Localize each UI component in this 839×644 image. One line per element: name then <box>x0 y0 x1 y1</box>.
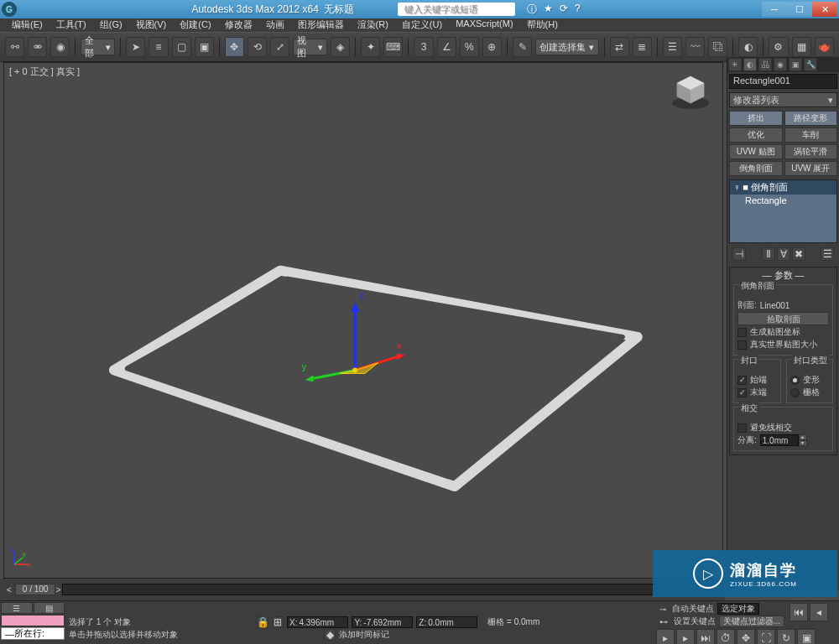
show-end-icon[interactable]: Ⅱ <box>762 247 775 261</box>
mirror-icon[interactable]: ⇄ <box>610 37 629 57</box>
menu-graph[interactable]: 图形编辑器 <box>291 18 351 32</box>
configure-sets-icon[interactable]: ☰ <box>821 247 834 261</box>
cap-end-checkbox[interactable]: ✓ <box>737 388 747 397</box>
set-key-icon[interactable]: ⊷ <box>659 617 668 626</box>
search-input[interactable]: 键入关键字或短语 <box>398 3 515 16</box>
cap-start-checkbox[interactable]: ✓ <box>737 376 747 385</box>
cap-grid-radio[interactable] <box>790 388 800 397</box>
tab-hierarchy-icon[interactable]: 品 <box>758 58 772 71</box>
menu-modifiers[interactable]: 修改器 <box>218 18 259 32</box>
unlink-icon[interactable]: ⚮ <box>28 37 47 57</box>
script-mini-icon[interactable]: ☰ <box>1 602 33 614</box>
modifier-list-dropdown[interactable]: 修改器列表▾ <box>729 92 837 107</box>
select-icon[interactable]: ➤ <box>126 37 145 57</box>
tab-utilities-icon[interactable]: 🔧 <box>804 58 817 71</box>
menu-animation[interactable]: 动画 <box>259 18 291 32</box>
window-crossing-icon[interactable]: ▣ <box>195 37 214 57</box>
remove-mod-icon[interactable]: ✖ <box>792 247 805 261</box>
mod-turbosmooth-button[interactable]: 涡轮平滑 <box>784 144 838 159</box>
tab-display-icon[interactable]: ▣ <box>789 58 802 71</box>
viewport[interactable]: [ + 0 正交 ] 真实 ] z x y <box>3 62 723 579</box>
time-config-icon[interactable]: ⏱ <box>717 629 735 644</box>
snap-3d-icon[interactable]: 3 <box>414 37 433 57</box>
key-mode-icon[interactable]: ⊸ <box>659 605 666 614</box>
macro-rec-button[interactable] <box>1 615 65 626</box>
mod-pathdeform-button[interactable]: 路径变形 <box>784 111 838 126</box>
abs-transform-icon[interactable]: ⊞ <box>272 616 284 628</box>
curve-editor-icon[interactable]: 〰 <box>685 37 705 57</box>
layers-icon[interactable]: ☰ <box>663 37 682 57</box>
material-editor-icon[interactable]: ◐ <box>738 37 758 57</box>
object-name-field[interactable]: Rectangle001 <box>729 74 837 89</box>
app-logo-icon[interactable]: G <box>2 2 17 17</box>
menu-help[interactable]: 帮助(H) <box>520 18 565 32</box>
selection-filter[interactable]: 全部▾ <box>81 39 115 55</box>
scale-icon[interactable]: ⤢ <box>270 37 289 57</box>
align-icon[interactable]: ≣ <box>633 37 652 57</box>
viewport-label[interactable]: [ + 0 正交 ] 真实 ] <box>9 65 80 78</box>
pin-stack-icon[interactable]: ⊣ <box>732 247 746 261</box>
location-button[interactable]: — 所在行: <box>1 627 65 640</box>
goto-start-icon[interactable]: ⏮ <box>789 603 808 621</box>
keyboard-icon[interactable]: ⌨ <box>383 37 403 57</box>
listener-icon[interactable]: ▤ <box>34 602 65 614</box>
select-by-name-icon[interactable]: ≡ <box>149 37 168 57</box>
orbit-icon[interactable]: ↻ <box>777 629 795 644</box>
tab-modify-icon[interactable]: ◐ <box>743 58 757 71</box>
max-viewport-icon[interactable]: ▣ <box>797 629 816 644</box>
move-icon[interactable]: ✥ <box>225 37 244 57</box>
edit-named-sel-icon[interactable]: ✎ <box>513 37 532 57</box>
coord-y-input[interactable] <box>363 618 410 627</box>
play-icon[interactable]: ▸ <box>656 629 675 644</box>
next-frame-icon[interactable]: ▸ <box>676 629 695 644</box>
minimize-button[interactable]: ─ <box>762 2 787 17</box>
render-setup-icon[interactable]: ⚙ <box>769 37 788 57</box>
pick-profile-button[interactable]: 拾取剖面 <box>737 312 829 325</box>
menu-customize[interactable]: 自定义(U) <box>395 18 449 32</box>
render-icon[interactable]: 🫖 <box>815 37 834 57</box>
info-icon[interactable]: ⓘ <box>527 3 537 17</box>
add-time-tag[interactable]: 添加时间标记 <box>339 629 389 641</box>
refresh-icon[interactable]: ⟳ <box>560 3 568 17</box>
mod-optimize-button[interactable]: 优化 <box>729 127 783 143</box>
rotate-icon[interactable]: ⟲ <box>248 37 267 57</box>
mod-lathe-button[interactable]: 车削 <box>784 127 838 143</box>
menu-group[interactable]: 组(G) <box>93 18 129 32</box>
pan-view-icon[interactable]: ✥ <box>737 629 755 644</box>
menu-render[interactable]: 渲染(R) <box>351 18 395 32</box>
mod-uvwunwrap-button[interactable]: UVW 展开 <box>784 161 838 176</box>
separation-spinner[interactable]: ▴▾ <box>760 434 807 446</box>
make-unique-icon[interactable]: ∀ <box>777 247 790 261</box>
close-button[interactable]: ✕ <box>812 2 837 17</box>
percent-snap-icon[interactable]: % <box>460 37 479 57</box>
gen-map-checkbox[interactable] <box>737 328 747 337</box>
bind-icon[interactable]: ◉ <box>50 37 70 57</box>
menu-maxscript[interactable]: MAXScript(M) <box>449 18 519 32</box>
help-icon[interactable]: ? <box>575 3 581 17</box>
tab-motion-icon[interactable]: ◉ <box>774 58 787 71</box>
coord-x-input[interactable] <box>299 618 346 627</box>
angle-snap-icon[interactable]: ∠ <box>437 37 456 57</box>
zoom-extents-icon[interactable]: ⛶ <box>757 629 775 644</box>
menu-create[interactable]: 创建(C) <box>173 18 217 32</box>
coord-z-input[interactable] <box>428 618 475 627</box>
time-slider[interactable]: < 0 / 100 > <box>0 579 725 600</box>
time-slider-handle[interactable]: 0 / 100 <box>15 584 56 595</box>
named-selection[interactable]: 创建选择集▾ <box>535 39 598 55</box>
tab-create-icon[interactable]: ✳ <box>728 58 742 71</box>
region-rect-icon[interactable]: ▢ <box>172 37 191 57</box>
pivot-icon[interactable]: ◈ <box>331 37 350 57</box>
goto-end-icon[interactable]: ⏭ <box>696 629 715 644</box>
real-world-checkbox[interactable] <box>737 340 747 350</box>
time-tag-icon[interactable]: ◆ <box>324 629 336 641</box>
rendered-frame-icon[interactable]: ▦ <box>792 37 811 57</box>
star-icon[interactable]: ★ <box>544 3 553 17</box>
menu-tools[interactable]: 工具(T) <box>50 18 93 32</box>
prev-frame-icon[interactable]: ◂ <box>810 603 828 621</box>
menu-views[interactable]: 视图(V) <box>129 18 174 32</box>
mod-uvwmap-button[interactable]: UVW 贴图 <box>729 144 783 159</box>
mod-extrude-button[interactable]: 挤出 <box>729 111 783 126</box>
avoid-intersect-checkbox[interactable] <box>737 423 747 433</box>
viewcube-icon[interactable] <box>669 68 712 112</box>
spinner-snap-icon[interactable]: ⊕ <box>482 37 502 57</box>
